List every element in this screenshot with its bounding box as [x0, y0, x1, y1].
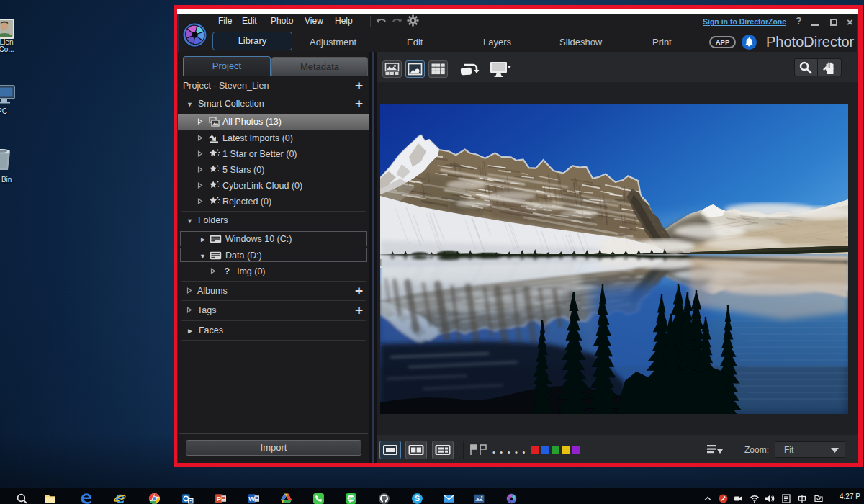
svg-text:S: S [415, 494, 420, 503]
svg-text:W: W [248, 495, 255, 503]
svg-text:P: P [217, 495, 222, 503]
svg-text:LINE: LINE [347, 497, 356, 500]
